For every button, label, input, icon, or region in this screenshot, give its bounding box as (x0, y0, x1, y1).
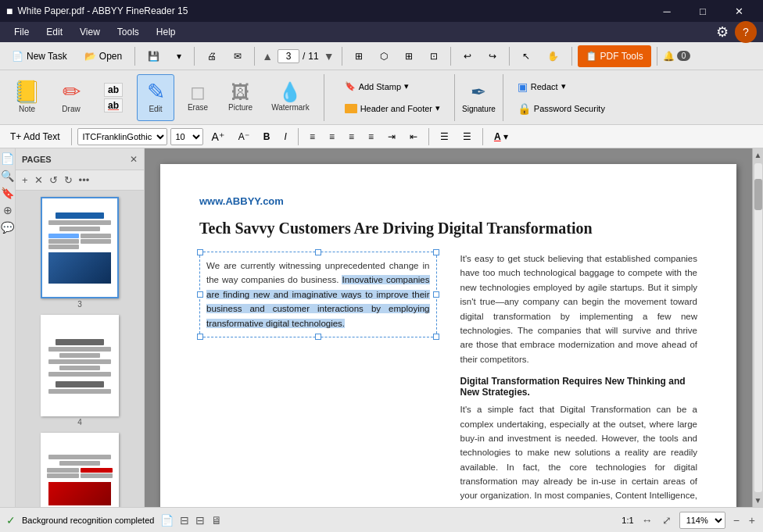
font-size-increase-button[interactable]: A⁺ (206, 128, 230, 145)
panel-add-page-icon[interactable]: + (20, 173, 30, 187)
handle-bm[interactable] (315, 334, 321, 340)
fit-page-button[interactable]: ⤢ (661, 512, 673, 528)
undo-button[interactable]: ↩ (457, 45, 478, 67)
watermark-tool-button[interactable]: 💧 Watermark (264, 74, 317, 121)
text-selection-box[interactable]: We are currently witnessing unprecedente… (199, 252, 437, 337)
status-split-h-icon[interactable]: ⊟ (180, 514, 189, 527)
cursor-button[interactable]: ↖ (515, 45, 537, 67)
gear-icon[interactable]: ⚙ (716, 23, 729, 41)
signature-icon[interactable]: ✒ (471, 81, 486, 103)
handle-bl[interactable] (197, 334, 203, 340)
pdf-page: www.ABBYY.com Tech Savvy Customers Are D… (160, 164, 736, 507)
minimize-button[interactable]: ─ (649, 0, 685, 22)
zoom-select[interactable]: 114% 50% 75% 100% 125% 150% 200% (679, 512, 725, 529)
menu-edit[interactable]: Edit (38, 24, 70, 40)
scroll-down-arrow[interactable]: ▼ (752, 494, 763, 507)
zoom-out-button[interactable]: − (732, 512, 741, 528)
indent-button[interactable]: ⇥ (382, 129, 401, 145)
pan-button[interactable]: ✋ (540, 45, 566, 67)
handle-br[interactable] (433, 334, 439, 340)
export-button[interactable]: ⬡ (373, 45, 395, 67)
maximize-button[interactable]: □ (685, 0, 721, 22)
menu-view[interactable]: View (72, 24, 108, 40)
handle-tr[interactable] (433, 249, 439, 255)
status-monitor-icon[interactable]: 🖥 (211, 514, 222, 527)
redo-button[interactable]: ↪ (482, 45, 503, 67)
numlist-button[interactable]: ☰ (457, 129, 477, 145)
font-size-select[interactable]: 10 89111214 (170, 128, 203, 145)
italic-button[interactable]: I (279, 129, 292, 145)
scroll-track[interactable] (754, 163, 762, 492)
nav-search-icon[interactable]: 🔍 (1, 169, 15, 183)
align-left-button[interactable]: ≡ (304, 129, 321, 145)
panel-more-icon[interactable]: ••• (77, 173, 91, 187)
panel-delete-page-icon[interactable]: ✕ (33, 173, 45, 187)
handle-tl[interactable] (197, 249, 203, 255)
save-button[interactable]: 💾 (141, 45, 167, 67)
font-name-select[interactable]: ITCFranklinGothic (77, 128, 167, 145)
nav-layers-icon[interactable]: ⊕ (1, 203, 15, 217)
note-tool-button[interactable]: 📒 Note (6, 74, 48, 121)
status-page-icon[interactable]: 📄 (160, 514, 174, 527)
titlebar-controls[interactable]: ─ □ ✕ (649, 0, 757, 22)
menu-help[interactable]: Help (149, 24, 184, 40)
zoom-in-button[interactable]: + (747, 512, 757, 528)
fit-width-button[interactable]: ↔ (640, 512, 654, 528)
menu-tools[interactable]: Tools (109, 24, 147, 40)
add-stamp-button[interactable]: 🔖 Add Stamp ▾ (338, 77, 447, 96)
thumbnail-page-3[interactable]: 3 (19, 197, 141, 309)
handle-mr[interactable] (433, 291, 439, 298)
align-center-button[interactable]: ≡ (324, 129, 340, 145)
page-up-arrow[interactable]: ▲ (260, 48, 274, 64)
help-icon[interactable]: ? (735, 21, 757, 43)
ab-highlight-button[interactable]: ab ab (95, 74, 132, 121)
erase-tool-button[interactable]: ◻ Erase (179, 74, 217, 121)
font-color-button[interactable]: A ▾ (489, 129, 514, 145)
bold-button[interactable]: B (258, 129, 276, 145)
save-options-button[interactable]: ▾ (170, 45, 188, 67)
page-down-arrow[interactable]: ▼ (322, 48, 336, 64)
watermark-label: Watermark (271, 103, 310, 112)
handle-ml[interactable] (197, 291, 203, 298)
content-area[interactable]: www.ABBYY.com Tech Savvy Customers Are D… (145, 148, 752, 507)
status-split-v-icon[interactable]: ⊟ (195, 514, 205, 527)
print-button[interactable]: 🖨 (200, 45, 224, 67)
right-scrollbar[interactable]: ▲ ▼ (752, 148, 763, 507)
crop-button[interactable]: ⊞ (398, 45, 420, 67)
notification-icon[interactable]: 🔔 (663, 51, 675, 62)
nav-bookmark-icon[interactable]: 🔖 (1, 186, 15, 200)
thumbnail-page-4[interactable]: 4 (19, 315, 141, 427)
panel-close-icon[interactable]: ✕ (130, 154, 138, 165)
redact-button[interactable]: ▣ Redact ▾ (510, 77, 612, 96)
scanner-button[interactable]: ⊡ (423, 45, 445, 67)
scroll-up-arrow[interactable]: ▲ (752, 148, 763, 162)
outdent-button[interactable]: ⇤ (404, 129, 423, 145)
edit-tool-button[interactable]: ✎ Edit (137, 74, 174, 121)
thumbnail-page-5[interactable]: 5 (19, 433, 141, 507)
new-task-icon: 📄 (12, 51, 23, 62)
thumbnails-area[interactable]: 3 4 (16, 191, 144, 507)
pdf-tools-button[interactable]: 📋 PDF Tools (578, 45, 651, 67)
add-text-button[interactable]: T+ Add Text (5, 129, 66, 145)
picture-tool-button[interactable]: 🖼 Picture (221, 74, 260, 121)
open-button[interactable]: 📂 Open (77, 45, 129, 67)
list-button[interactable]: ☰ (435, 129, 454, 145)
nav-comments-icon[interactable]: 💬 (1, 220, 15, 234)
handle-tm[interactable] (315, 249, 321, 255)
new-task-button[interactable]: 📄 New Task (5, 45, 74, 67)
align-justify-button[interactable]: ≡ (363, 129, 379, 145)
font-size-decrease-button[interactable]: A⁻ (233, 129, 255, 145)
page-number-input[interactable] (278, 49, 299, 63)
menu-file[interactable]: File (6, 24, 37, 40)
nav-pages-icon[interactable]: 📄 (1, 152, 15, 166)
close-button[interactable]: ✕ (721, 0, 757, 22)
panel-rotate-right-icon[interactable]: ↻ (63, 173, 74, 187)
draw-tool-button[interactable]: ✏ Draw (52, 74, 90, 121)
email-button[interactable]: ✉ (227, 45, 249, 67)
ocr-button[interactable]: ⊞ (348, 45, 370, 67)
panel-rotate-left-icon[interactable]: ↺ (48, 173, 59, 187)
header-footer-button[interactable]: Header and Footer ▾ (338, 99, 447, 118)
password-security-button[interactable]: 🔒 Password Security (510, 99, 612, 118)
align-right-button[interactable]: ≡ (343, 129, 360, 145)
scroll-thumb[interactable] (754, 179, 762, 210)
